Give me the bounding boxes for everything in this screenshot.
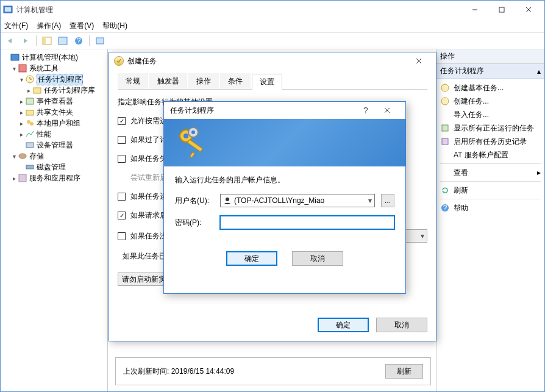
- svg-rect-18: [26, 98, 34, 104]
- tree-disk-management[interactable]: 磁盘管理: [2, 162, 106, 173]
- dialog-tabs: 常规 触发器 操作 条件 设置: [118, 73, 427, 90]
- status-strip: 上次刷新时间: 2019/6/15 14:44:09 刷新: [115, 357, 431, 385]
- svg-text:?: ?: [443, 204, 447, 212]
- cred-cancel-button[interactable]: 取消: [292, 251, 343, 266]
- action-view[interactable]: 查看: [440, 166, 541, 179]
- tree-task-scheduler[interactable]: ▾任务计划程序: [2, 74, 106, 85]
- svg-point-42: [226, 198, 229, 201]
- forward-button[interactable]: [19, 34, 32, 48]
- cred-prompt: 输入运行此任务的用户帐户信息。: [175, 175, 394, 185]
- password-input[interactable]: [220, 216, 394, 229]
- actions-subheader: 任务计划程序▴: [436, 64, 544, 79]
- action-import-task[interactable]: 导入任务...: [440, 108, 541, 121]
- svg-point-20: [27, 120, 30, 124]
- svg-point-21: [30, 122, 34, 126]
- svg-rect-1: [5, 7, 11, 12]
- dialog-cancel-button[interactable]: 取消: [376, 318, 427, 332]
- password-label: 密码(P):: [175, 218, 214, 228]
- menu-view[interactable]: 查看(V): [69, 21, 94, 31]
- svg-point-26: [441, 84, 449, 91]
- action-refresh[interactable]: 刷新: [440, 184, 541, 197]
- username-label: 用户名(U):: [175, 196, 214, 206]
- tab-conditions[interactable]: 条件: [220, 73, 251, 89]
- cred-close-button[interactable]: [375, 103, 399, 118]
- svg-rect-13: [19, 65, 26, 72]
- window-title: 计算机管理: [16, 5, 461, 15]
- svg-rect-25: [19, 174, 26, 182]
- action-create-task[interactable]: 创建任务...: [440, 94, 541, 108]
- tree-services-apps[interactable]: ▸服务和应用程序: [2, 173, 106, 184]
- action-at-service[interactable]: AT 服务帐户配置: [440, 148, 541, 162]
- dialog-titlebar: 创建任务: [109, 52, 436, 69]
- action-enable-history[interactable]: 启用所有任务历史记录: [440, 135, 541, 148]
- menu-file[interactable]: 文件(F): [4, 21, 28, 31]
- show-hide-tree-button[interactable]: [40, 34, 54, 48]
- svg-point-23: [19, 154, 26, 159]
- credentials-dialog: 任务计划程序 ? 输入运行此任务的用户帐户信息。 用户名(U): (TOP-AC…: [163, 101, 406, 294]
- properties-button[interactable]: [56, 34, 69, 48]
- tree-shared-folders[interactable]: ▸共享文件夹: [2, 107, 106, 118]
- menubar: 文件(F) 操作(A) 查看(V) 帮助(H): [1, 19, 544, 32]
- cred-help-button[interactable]: ?: [357, 105, 375, 115]
- svg-point-41: [191, 130, 195, 134]
- tab-actions[interactable]: 操作: [188, 73, 219, 89]
- svg-rect-39: [190, 152, 194, 158]
- tab-settings[interactable]: 设置: [252, 74, 282, 90]
- browse-user-button[interactable]: ...: [381, 194, 394, 207]
- svg-rect-29: [442, 138, 448, 144]
- tree-device-manager[interactable]: 设备管理器: [2, 140, 106, 151]
- actions-header: 操作: [436, 49, 544, 64]
- dialog-ok-button[interactable]: 确定: [318, 318, 369, 332]
- svg-rect-38: [188, 140, 203, 152]
- svg-text:?: ?: [77, 37, 81, 45]
- action-show-running[interactable]: 显示所有正在运行的任务: [440, 121, 541, 135]
- svg-rect-17: [34, 88, 41, 93]
- svg-rect-22: [26, 143, 34, 148]
- tree-task-scheduler-library[interactable]: ▸任务计划程序库: [2, 85, 106, 96]
- svg-rect-3: [499, 7, 504, 12]
- menu-help[interactable]: 帮助(H): [102, 21, 127, 31]
- tab-triggers[interactable]: 触发器: [149, 73, 187, 89]
- svg-rect-28: [442, 125, 448, 131]
- cred-ok-button[interactable]: 确定: [226, 251, 277, 266]
- user-icon: [223, 196, 232, 205]
- tree-event-viewer[interactable]: ▸事件查看器: [2, 96, 106, 107]
- extra-button[interactable]: [93, 34, 107, 48]
- back-button[interactable]: [3, 34, 16, 48]
- tree-root[interactable]: 计算机管理(本地): [2, 52, 106, 63]
- username-input[interactable]: (TOP-ACJTOLL\Yngz_Miao: [220, 194, 375, 207]
- minimize-button[interactable]: [461, 1, 488, 18]
- app-icon: [3, 5, 13, 15]
- tree-performance[interactable]: ▸性能: [2, 129, 106, 140]
- keys-icon: [175, 125, 212, 162]
- svg-point-27: [441, 98, 449, 105]
- tab-general[interactable]: 常规: [118, 73, 148, 89]
- maximize-button[interactable]: [488, 1, 515, 18]
- action-help[interactable]: ?帮助: [440, 201, 541, 215]
- tree-local-users[interactable]: ▸本地用户和组: [2, 118, 106, 129]
- svg-rect-8: [59, 37, 67, 45]
- help-button[interactable]: ?: [72, 34, 85, 48]
- svg-rect-12: [11, 54, 19, 60]
- svg-rect-11: [96, 38, 104, 44]
- cred-title: 任务计划程序: [170, 105, 357, 116]
- last-refresh-value: 2019/6/15 14:44:09: [171, 367, 234, 376]
- cred-banner: [164, 119, 405, 166]
- action-create-basic-task[interactable]: 创建基本任务...: [440, 81, 541, 94]
- titlebar: 计算机管理: [1, 1, 544, 19]
- tree-storage[interactable]: ▾存储: [2, 151, 106, 162]
- dialog-close-button[interactable]: [407, 54, 431, 68]
- toolbar: ?: [1, 32, 544, 49]
- navigation-tree[interactable]: 计算机管理(本地) ▾系统工具 ▾任务计划程序 ▸任务计划程序库 ▸事件查看器 …: [1, 49, 108, 391]
- svg-rect-19: [26, 110, 34, 115]
- dialog-title: 创建任务: [127, 56, 407, 66]
- actions-pane: 操作 任务计划程序▴ 创建基本任务... 创建任务... 导入任务... 显示所…: [436, 49, 544, 391]
- close-button[interactable]: [515, 1, 542, 18]
- svg-rect-7: [43, 37, 46, 45]
- tree-system-tools[interactable]: ▾系统工具: [2, 63, 106, 74]
- svg-rect-24: [26, 165, 34, 169]
- svg-point-37: [183, 134, 188, 138]
- refresh-button[interactable]: 刷新: [385, 364, 423, 379]
- menu-action[interactable]: 操作(A): [37, 21, 61, 31]
- cred-titlebar: 任务计划程序 ?: [164, 102, 405, 119]
